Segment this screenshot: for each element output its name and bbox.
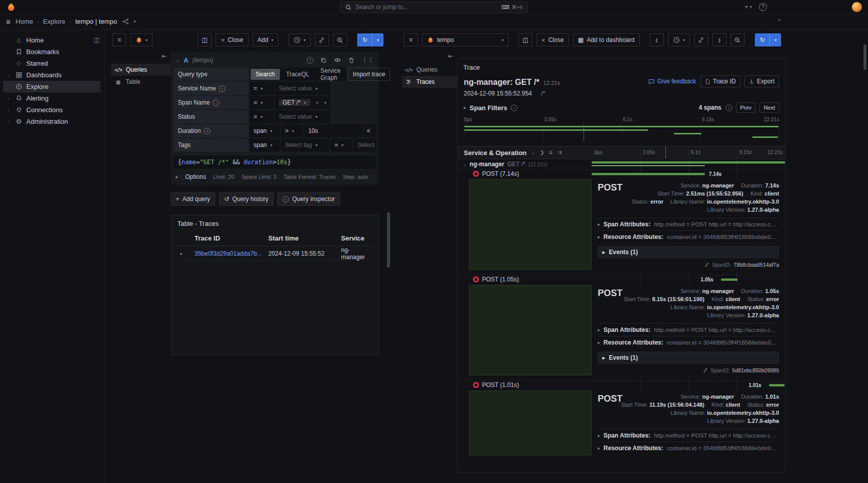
add-menu-button[interactable]: Add▾ <box>253 33 278 46</box>
page-scrollbar[interactable] <box>863 44 866 70</box>
help-button[interactable]: ? <box>759 3 767 11</box>
chevron-down-icon[interactable]: ⌄ <box>463 162 467 167</box>
span-bar[interactable] <box>721 278 738 281</box>
col-start-time[interactable]: Start time <box>268 234 341 242</box>
sidebar-item-explore[interactable]: Explore <box>3 81 101 92</box>
collapse-nav-icon[interactable]: ⇤ <box>162 53 167 60</box>
status-operator-select[interactable]: =▾ <box>250 110 274 123</box>
span-bar[interactable] <box>592 161 785 164</box>
give-feedback-link[interactable]: Give feedback <box>648 78 696 85</box>
events-row[interactable]: ▸Events (1) <box>598 352 779 364</box>
tag-select[interactable]: Select tag▾ <box>281 138 329 152</box>
add-query-button[interactable]: +Add query <box>171 192 215 206</box>
span-bar[interactable] <box>592 173 705 175</box>
query-type-search[interactable]: Search <box>251 69 280 80</box>
span-attributes-row[interactable]: ▸Span Attributes:http.method = POST http… <box>598 429 779 442</box>
tags-scope-select[interactable]: span▾ <box>250 138 280 152</box>
resource-attributes-row[interactable]: ▸Resource Attributes:container.id = 304f… <box>598 336 779 349</box>
remove-query-trash-icon[interactable] <box>348 57 355 64</box>
datasource-picker[interactable]: ▾ <box>130 33 153 46</box>
time-picker-button[interactable]: ▾ <box>288 33 311 46</box>
status-value-select[interactable]: Select value▾ <box>275 110 330 123</box>
resource-attributes-row[interactable]: ▸Resource Attributes:container.id = 304f… <box>598 442 779 454</box>
trace-id-button[interactable]: Trace ID <box>700 75 741 87</box>
query-ref-id[interactable]: A <box>184 57 188 64</box>
breadcrumb-explore[interactable]: Explore <box>43 18 65 25</box>
table-row[interactable]: ▸ 35be0f3d29a01adda7b... 2024-12-09 15:5… <box>176 246 373 261</box>
tag-operator-select[interactable]: =▾ <box>330 138 353 152</box>
span-row[interactable]: POST (1.05s) 1.05s <box>458 275 785 283</box>
close-pane-button[interactable]: ×Close <box>216 33 248 46</box>
datasource-picker[interactable]: tempo ▾ <box>422 33 509 46</box>
span-filters-label[interactable]: Span Filters <box>470 104 507 112</box>
nav-item-traces[interactable]: Traces <box>402 76 457 88</box>
caret-down-icon[interactable]: ▾ <box>134 20 136 24</box>
time-shift-forward-button[interactable]: ❯ <box>712 33 727 46</box>
sidebar-item-bookmarks[interactable]: Bookmarks <box>3 46 101 58</box>
expand-chevron-icon[interactable]: › <box>6 73 11 78</box>
sidebar-item-dashboards[interactable]: › Dashboards <box>3 69 101 81</box>
panel-title[interactable]: Table - Traces <box>171 215 378 231</box>
sidebar-item-alerting[interactable]: › Alerting <box>3 92 101 104</box>
nav-item-queries[interactable]: </>Queries <box>111 64 171 76</box>
remove-chip-icon[interactable]: × <box>304 100 307 106</box>
add-to-dashboard-button[interactable]: ▦Add to dashboard <box>573 33 640 46</box>
time-shift-back-button[interactable]: ❮ <box>650 33 664 46</box>
import-trace-button[interactable]: Import trace <box>348 68 390 81</box>
query-options-row[interactable]: ▸ Options Limit: 20 Spans Limit: 3 Table… <box>174 173 376 181</box>
pane-options-button[interactable]: ≡ <box>112 33 126 46</box>
new-menu-button[interactable]: +▾ <box>744 3 752 11</box>
collapse-query-icon[interactable]: ⌄ <box>176 58 180 63</box>
query-type-traceql[interactable]: TraceQL <box>281 69 314 80</box>
left-pane-scrollbar[interactable] <box>387 212 390 268</box>
share-link-button[interactable] <box>694 33 708 46</box>
span-name-operator-select[interactable]: =▾ <box>250 96 274 109</box>
collapse-up-icon[interactable]: ⌃ <box>777 18 782 25</box>
copy-query-icon[interactable] <box>320 57 327 64</box>
duration-value-input[interactable] <box>304 124 363 137</box>
disable-query-eye-icon[interactable] <box>334 57 341 64</box>
share-icon[interactable] <box>122 18 129 25</box>
span-attributes-row[interactable]: ▸Span Attributes:http.method = POST http… <box>598 218 779 230</box>
sidebar-item-starred[interactable]: ☆ Starred <box>3 58 101 69</box>
trace-minimap[interactable]: 0μs 3.05s 6.1s 9.15s 12.21s <box>464 117 779 141</box>
run-interval-caret-button[interactable]: ▾ <box>372 33 383 46</box>
minimap-canvas[interactable] <box>464 124 779 141</box>
split-view-button[interactable]: ◫ <box>518 33 533 46</box>
link-icon[interactable] <box>704 262 709 267</box>
panel-title[interactable]: Trace <box>458 59 785 73</box>
sidebar-item-home[interactable]: ⌂ Home <box>3 34 101 46</box>
collapse-nav-icon[interactable]: ⇤ <box>448 53 453 60</box>
drag-handle-icon[interactable]: ⋮⋮ <box>362 57 374 63</box>
split-view-button[interactable]: ◫ <box>198 33 212 46</box>
search-input[interactable]: Search or jump to... ⌨⌘+k <box>340 2 528 13</box>
trace-id-link[interactable]: 35be0f3d29a01adda7b... <box>195 250 268 257</box>
expand-chevron-icon[interactable]: › <box>6 119 11 124</box>
span-row[interactable]: POST (1.01s) 1.01s <box>458 380 785 389</box>
nav-item-table[interactable]: ▦Table <box>111 76 171 88</box>
export-button[interactable]: Export <box>744 75 779 87</box>
chevron-right-icon[interactable]: ❯ <box>540 150 544 155</box>
span-row[interactable]: POST (7.14s) 7.14s <box>458 169 785 178</box>
run-query-button[interactable]: ↻ <box>357 33 372 46</box>
query-history-button[interactable]: ↺Query history <box>219 192 273 206</box>
clear-values-icon[interactable]: × <box>314 100 321 106</box>
query-help-icon[interactable]: ? <box>307 57 313 64</box>
time-picker-button[interactable]: ▾ <box>668 33 690 46</box>
events-row[interactable]: ▸Events (1) <box>598 246 779 258</box>
duration-operator-select[interactable]: >▾ <box>281 124 303 137</box>
resource-attributes-row[interactable]: ▸Resource Attributes:container.id = 304f… <box>598 230 779 243</box>
prev-span-button[interactable]: Prev <box>736 103 756 113</box>
sidebar-item-connections[interactable]: › Connections <box>3 104 101 116</box>
expand-chevron-icon[interactable]: › <box>6 108 11 113</box>
mega-menu-toggle-icon[interactable]: ≡ <box>6 18 11 25</box>
span-name-value-select[interactable]: GET /*× × ▾ <box>275 96 330 109</box>
root-span-row[interactable]: ⌄ ng-manager GET /* (12.21s) <box>458 159 785 169</box>
col-service[interactable]: Service <box>341 234 373 242</box>
zoom-out-button[interactable] <box>731 33 745 46</box>
traceql-preview[interactable]: {name="GET /*" && duration>10s} <box>174 156 376 169</box>
sidebar-item-administration[interactable]: › ⚙ Administration <box>3 116 101 127</box>
run-query-button[interactable]: ↻ <box>755 33 770 46</box>
service-name-operator-select[interactable]: =▾ <box>250 82 274 95</box>
next-span-button[interactable]: Next <box>759 103 779 113</box>
